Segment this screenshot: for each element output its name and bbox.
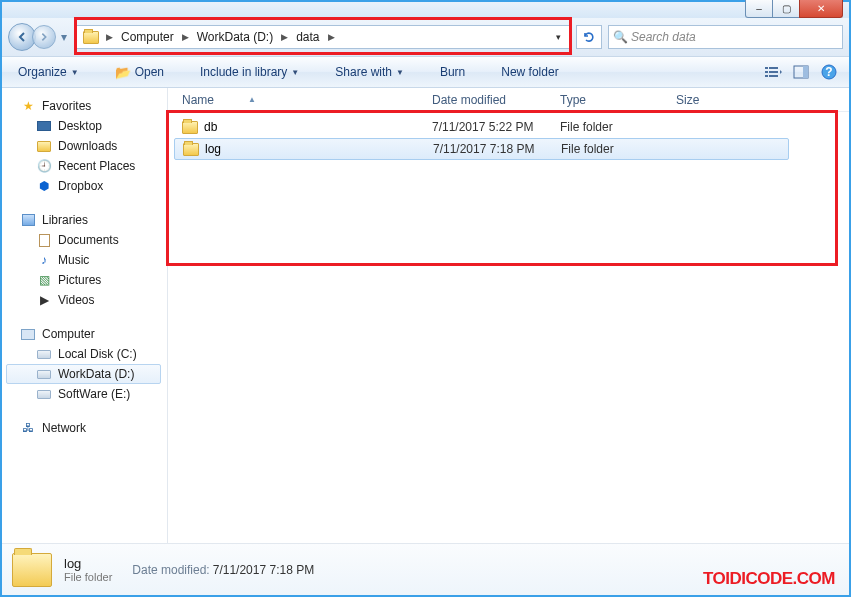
column-headers: Name▲ Date modified Type Size bbox=[168, 88, 849, 112]
column-type[interactable]: Type bbox=[554, 93, 670, 107]
sidebar-item-documents[interactable]: Documents bbox=[6, 230, 167, 250]
svg-rect-0 bbox=[765, 67, 768, 69]
breadcrumb-separator[interactable]: ▶ bbox=[179, 32, 192, 42]
details-pane: log File folder Date modified: 7/11/2017… bbox=[2, 543, 849, 595]
svg-rect-1 bbox=[769, 67, 778, 69]
details-date-value: 7/11/2017 7:18 PM bbox=[213, 563, 314, 577]
sidebar-item-videos[interactable]: ▶Videos bbox=[6, 290, 167, 310]
details-type: File folder bbox=[64, 571, 112, 583]
folder-icon bbox=[183, 143, 199, 156]
address-dropdown[interactable]: ▾ bbox=[550, 32, 567, 42]
file-name: log bbox=[205, 142, 221, 156]
breadcrumb-data[interactable]: data bbox=[291, 26, 324, 48]
file-type: File folder bbox=[555, 142, 671, 156]
svg-text:?: ? bbox=[825, 65, 832, 79]
location-icon bbox=[83, 29, 99, 45]
details-date-label: Date modified: bbox=[132, 563, 209, 577]
sidebar-item-local-disk-c[interactable]: Local Disk (C:) bbox=[6, 344, 167, 364]
sidebar-favorites[interactable]: ★Favorites bbox=[6, 96, 167, 116]
dropbox-icon: ⬢ bbox=[36, 178, 52, 194]
drive-icon bbox=[36, 386, 52, 402]
recent-icon: 🕘 bbox=[36, 158, 52, 174]
forward-button[interactable] bbox=[32, 25, 56, 49]
sidebar-computer[interactable]: Computer bbox=[6, 324, 167, 344]
column-date[interactable]: Date modified bbox=[426, 93, 554, 107]
preview-pane-button[interactable] bbox=[789, 61, 813, 83]
address-bar[interactable]: ▶ Computer ▶ WorkData (D:) ▶ data ▶ ▾ bbox=[76, 25, 570, 49]
sidebar-item-downloads[interactable]: Downloads bbox=[6, 136, 167, 156]
minimize-button[interactable]: – bbox=[745, 0, 773, 18]
file-date: 7/11/2017 7:18 PM bbox=[427, 142, 555, 156]
view-options-button[interactable] bbox=[761, 61, 785, 83]
pictures-icon: ▧ bbox=[36, 272, 52, 288]
documents-icon bbox=[36, 232, 52, 248]
watermark: TOIDICODE.COM bbox=[703, 569, 835, 589]
breadcrumb-separator[interactable]: ▶ bbox=[278, 32, 291, 42]
music-icon: ♪ bbox=[36, 252, 52, 268]
drive-icon bbox=[36, 366, 52, 382]
file-date: 7/11/2017 5:22 PM bbox=[426, 120, 554, 134]
svg-rect-3 bbox=[769, 71, 778, 73]
file-list-pane: Name▲ Date modified Type Size db 7/11/20… bbox=[168, 88, 849, 543]
file-row[interactable]: db 7/11/2017 5:22 PM File folder bbox=[168, 116, 849, 138]
close-button[interactable]: ✕ bbox=[799, 0, 843, 18]
svg-rect-5 bbox=[769, 75, 778, 77]
sidebar-network[interactable]: 🖧Network bbox=[6, 418, 167, 438]
network-icon: 🖧 bbox=[20, 420, 36, 436]
open-button[interactable]: 📂Open bbox=[107, 62, 172, 83]
file-type: File folder bbox=[554, 120, 670, 134]
desktop-icon bbox=[36, 118, 52, 134]
include-library-button[interactable]: Include in library▼ bbox=[192, 62, 307, 82]
navigation-bar: ▾ ▶ Computer ▶ WorkData (D:) ▶ data ▶ ▾ … bbox=[2, 18, 849, 56]
search-placeholder: Search data bbox=[631, 30, 696, 44]
svg-rect-2 bbox=[765, 71, 768, 73]
file-row[interactable]: log 7/11/2017 7:18 PM File folder bbox=[174, 138, 789, 160]
history-dropdown[interactable]: ▾ bbox=[58, 27, 70, 47]
share-button[interactable]: Share with▼ bbox=[327, 62, 412, 82]
maximize-button[interactable]: ▢ bbox=[772, 0, 800, 18]
drive-icon bbox=[36, 346, 52, 362]
computer-icon bbox=[20, 326, 36, 342]
organize-button[interactable]: Organize▼ bbox=[10, 62, 87, 82]
sidebar-item-desktop[interactable]: Desktop bbox=[6, 116, 167, 136]
libraries-icon bbox=[20, 212, 36, 228]
file-name: db bbox=[204, 120, 217, 134]
breadcrumb-computer[interactable]: Computer bbox=[116, 26, 179, 48]
titlebar: – ▢ ✕ bbox=[2, 2, 849, 18]
toolbar: Organize▼ 📂Open Include in library▼ Shar… bbox=[2, 56, 849, 88]
navigation-tree: ★Favorites Desktop Downloads 🕘Recent Pla… bbox=[2, 88, 168, 543]
folder-large-icon bbox=[12, 553, 52, 587]
open-folder-icon: 📂 bbox=[115, 65, 131, 80]
sidebar-item-pictures[interactable]: ▧Pictures bbox=[6, 270, 167, 290]
sidebar-item-dropbox[interactable]: ⬢Dropbox bbox=[6, 176, 167, 196]
svg-rect-7 bbox=[803, 66, 808, 78]
search-input[interactable]: 🔍 Search data bbox=[608, 25, 843, 49]
column-name[interactable]: Name▲ bbox=[176, 93, 426, 107]
breadcrumb-separator[interactable]: ▶ bbox=[103, 32, 116, 42]
sidebar-item-workdata-d[interactable]: WorkData (D:) bbox=[6, 364, 161, 384]
help-button[interactable]: ? bbox=[817, 61, 841, 83]
details-name: log bbox=[64, 556, 112, 571]
folder-icon bbox=[36, 138, 52, 154]
breadcrumb-workdata[interactable]: WorkData (D:) bbox=[192, 26, 278, 48]
svg-rect-4 bbox=[765, 75, 768, 77]
burn-button[interactable]: Burn bbox=[432, 62, 473, 82]
folder-icon bbox=[182, 121, 198, 134]
star-icon: ★ bbox=[20, 98, 36, 114]
refresh-button[interactable] bbox=[576, 25, 602, 49]
sidebar-item-software-e[interactable]: SoftWare (E:) bbox=[6, 384, 167, 404]
sort-indicator-icon: ▲ bbox=[248, 95, 256, 104]
breadcrumb-separator[interactable]: ▶ bbox=[325, 32, 338, 42]
new-folder-button[interactable]: New folder bbox=[493, 62, 566, 82]
sidebar-item-recent[interactable]: 🕘Recent Places bbox=[6, 156, 167, 176]
sidebar-libraries[interactable]: Libraries bbox=[6, 210, 167, 230]
search-icon: 🔍 bbox=[613, 30, 628, 44]
column-size[interactable]: Size bbox=[670, 93, 750, 107]
videos-icon: ▶ bbox=[36, 292, 52, 308]
sidebar-item-music[interactable]: ♪Music bbox=[6, 250, 167, 270]
